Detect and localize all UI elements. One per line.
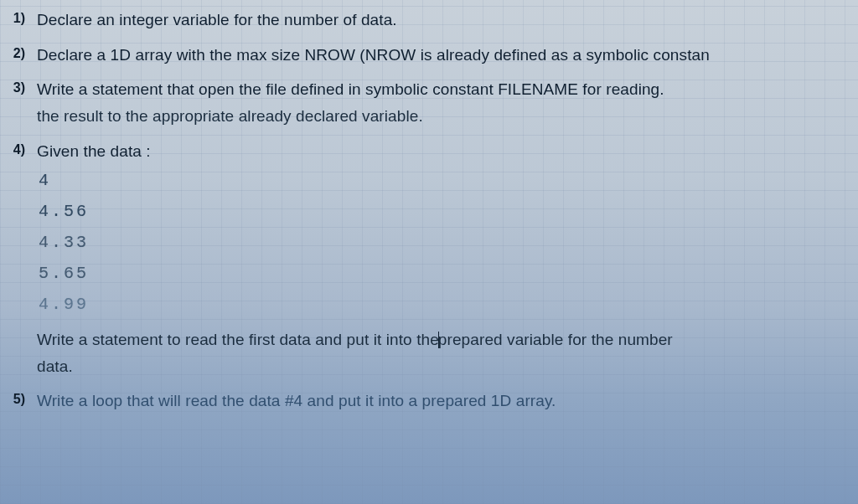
data-value: 4.99	[39, 295, 89, 314]
question-5: 5) Write a loop that will read the data …	[0, 388, 858, 414]
question-4: 4) Given the data :	[0, 138, 858, 165]
question-number: 3)	[2, 79, 25, 100]
question-text: Given the data :	[25, 141, 151, 162]
text-cursor	[438, 332, 439, 348]
question-number: 5)	[2, 390, 25, 412]
question-number: 2)	[2, 44, 25, 66]
question-text-cont: the result to the appropriate already de…	[25, 105, 423, 127]
question-text: Write a statement that open the file def…	[25, 79, 664, 100]
question-text: Declare a 1D array with the max size NRO…	[25, 44, 710, 66]
question-4-tail: Write a statement to read the first data…	[0, 326, 858, 353]
question-3-cont: the result to the appropriate already de…	[0, 103, 858, 130]
question-number: 4)	[2, 141, 25, 162]
question-text: Declare an integer variable for the numb…	[25, 9, 397, 31]
question-2: 2) Declare a 1D array with the max size …	[0, 42, 858, 69]
question-3: 3) Write a statement that open the file …	[0, 76, 858, 103]
question-text-tail: Write a statement to read the first data…	[25, 328, 673, 351]
question-1: 1) Declare an integer variable for the n…	[0, 7, 858, 33]
data-value: 4	[39, 171, 51, 190]
data-listing: 4 4.56 4.33 5.65 4.99	[0, 171, 858, 314]
question-number: 1)	[2, 9, 25, 31]
data-value: 4.33	[39, 233, 89, 252]
data-value: 4.56	[39, 202, 89, 221]
data-value: 5.65	[39, 264, 89, 283]
question-text: Write a loop that will read the data #4 …	[25, 390, 556, 412]
worksheet-page: 1) Declare an integer variable for the n…	[0, 0, 858, 504]
question-4-tail2: data.	[0, 353, 858, 380]
question-text-tail2: data.	[25, 356, 73, 378]
